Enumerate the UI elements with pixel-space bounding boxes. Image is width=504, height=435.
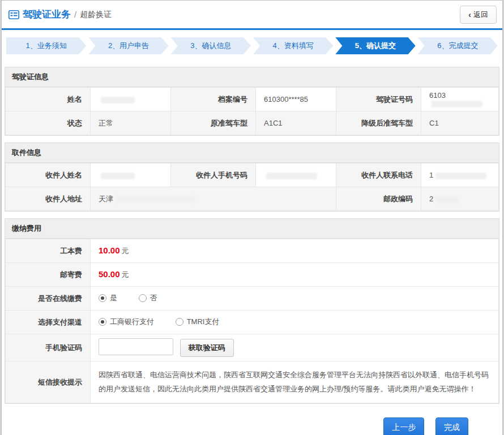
field-value-recipient-address: 天津 — [91, 187, 336, 211]
fees-table: 工本费 10.00元 邮寄费 50.00元 是否在线缴费 是 — [5, 239, 499, 403]
verification-code-row: 获取验证码 — [91, 334, 499, 361]
field-value-postcode: 2 — [421, 187, 499, 211]
redacted-area — [101, 97, 135, 104]
radio-channel-icbc[interactable]: 工商银行支付 — [99, 317, 154, 327]
back-button[interactable]: ‹ 返回 — [460, 6, 497, 24]
field-label-recipient-address: 收件人地址 — [6, 187, 91, 211]
radio-label: 工商银行支付 — [110, 317, 154, 327]
header: 驾驶证业务 / 超龄换证 ‹ 返回 — [2, 1, 502, 30]
field-value-license-number: 6103 — [421, 88, 499, 111]
section-title-license: 驾驶证信息 — [5, 67, 499, 87]
finish-button[interactable]: 完成 — [435, 417, 468, 435]
table-row: 邮寄费 50.00元 — [6, 263, 499, 287]
field-label-sms-notice: 短信接收提示 — [6, 361, 91, 403]
step-4-fill-data[interactable]: 4、资料填写 — [253, 37, 333, 54]
redacted-area — [435, 173, 486, 179]
step-1-notice[interactable]: 1、业务须知 — [6, 37, 86, 54]
redacted-area — [432, 101, 482, 107]
chevron-left-icon: ‹ — [468, 11, 471, 19]
back-button-label: 返回 — [473, 10, 488, 20]
step-wizard: 1、业务须知 2、用户申告 3、确认信息 4、资料填写 5、确认提交 6、完成提… — [2, 30, 502, 61]
redacted-area — [435, 196, 458, 203]
pickup-info-table: 收件人姓名 收件人手机号码 收件人联系电话 1 收件人地址 天津 邮政编码 2 — [5, 163, 499, 211]
field-label-original-class: 原准驾车型 — [171, 111, 256, 135]
radio-online-yes[interactable]: 是 — [99, 293, 117, 303]
field-value-recipient-name — [91, 163, 171, 187]
field-value-original-class: A1C1 — [256, 111, 336, 135]
field-label-status: 状态 — [6, 111, 91, 135]
get-verification-code-button[interactable]: 获取验证码 — [180, 339, 234, 357]
radio-online-no[interactable]: 否 — [139, 293, 157, 303]
online-payment-options: 是 否 — [91, 287, 499, 311]
step-5-confirm-submit[interactable]: 5、确认提交 — [335, 37, 415, 54]
breadcrumb-current: 超龄换证 — [80, 10, 112, 20]
section-title-fees: 缴纳费用 — [5, 219, 499, 239]
production-fee-unit: 元 — [122, 247, 129, 255]
table-row: 短信接收提示 因陕西省联通、电信运营商技术问题，陕西省互联网交通安全综合服务管理… — [6, 361, 499, 403]
radio-label: TMRI支付 — [187, 317, 220, 327]
table-row: 手机验证码 获取验证码 — [6, 334, 499, 361]
license-business-icon — [8, 10, 19, 19]
redacted-area — [266, 173, 317, 179]
fees-section: 缴纳费用 工本费 10.00元 邮寄费 50.00元 是否在线缴费 — [5, 218, 499, 404]
field-label-recipient-phone: 收件人联系电话 — [336, 163, 421, 187]
field-label-recipient-name: 收件人姓名 — [6, 163, 91, 187]
radio-selected-icon — [99, 318, 106, 326]
table-row: 选择支付渠道 工商银行支付 TMRI支付 — [6, 311, 499, 334]
field-value-production-fee: 10.00元 — [91, 239, 499, 263]
table-row: 收件人姓名 收件人手机号码 收件人联系电话 1 — [6, 163, 499, 187]
field-label-postcode: 邮政编码 — [336, 187, 421, 211]
license-info-section: 驾驶证信息 姓名 档案编号 610300****85 驾驶证号码 6103 状态… — [5, 67, 499, 136]
verification-code-input[interactable] — [99, 338, 173, 355]
table-row: 是否在线缴费 是 否 — [6, 287, 499, 311]
page-title: 驾驶证业务 — [23, 8, 71, 21]
field-label-verification-code: 手机验证码 — [6, 334, 91, 361]
production-fee-amount: 10.00 — [99, 246, 120, 255]
footer-actions: 上一步 完成 — [2, 411, 502, 435]
mailing-fee-unit: 元 — [122, 270, 129, 279]
radio-selected-icon — [99, 294, 106, 302]
payment-channel-options: 工商银行支付 TMRI支付 — [91, 311, 499, 334]
field-label-file-number: 档案编号 — [171, 88, 256, 111]
license-info-table: 姓名 档案编号 610300****85 驾驶证号码 6103 状态 正常 原准… — [5, 87, 499, 135]
field-label-recipient-mobile: 收件人手机号码 — [171, 163, 256, 187]
table-row: 姓名 档案编号 610300****85 驾驶证号码 6103 — [6, 88, 499, 111]
field-label-license-number: 驾驶证号码 — [336, 88, 421, 111]
previous-step-button[interactable]: 上一步 — [383, 417, 424, 435]
table-row: 收件人地址 天津 邮政编码 2 — [6, 187, 499, 211]
redacted-area — [116, 196, 195, 203]
step-6-complete[interactable]: 6、完成提交 — [418, 37, 498, 54]
field-value-downgraded-class: C1 — [421, 111, 499, 135]
table-row: 状态 正常 原准驾车型 A1C1 降级后准驾车型 C1 — [6, 111, 499, 135]
field-value-file-number: 610300****85 — [256, 88, 336, 111]
step-3-confirm-info[interactable]: 3、确认信息 — [171, 37, 251, 54]
radio-unselected-icon — [176, 318, 183, 326]
field-label-name: 姓名 — [6, 88, 91, 111]
page: 驾驶证业务 / 超龄换证 ‹ 返回 1、业务须知 2、用户申告 3、确认信息 4… — [1, 0, 503, 435]
radio-unselected-icon — [139, 294, 147, 302]
radio-channel-tmri[interactable]: TMRI支付 — [176, 317, 220, 327]
field-label-production-fee: 工本费 — [6, 239, 91, 263]
step-2-declaration[interactable]: 2、用户申告 — [88, 37, 168, 54]
pickup-info-section: 取件信息 收件人姓名 收件人手机号码 收件人联系电话 1 收件人地址 天津 邮政… — [5, 143, 499, 212]
field-value-mailing-fee: 50.00元 — [91, 263, 499, 287]
radio-label: 是 — [110, 293, 117, 303]
breadcrumb-separator: / — [74, 10, 76, 19]
field-value-recipient-mobile — [256, 163, 336, 187]
field-value-status: 正常 — [91, 111, 171, 135]
sms-notice-text: 因陕西省联通、电信运营商技术问题，陕西省互联网交通安全综合服务管理平台无法向持陕… — [91, 361, 499, 403]
field-label-mailing-fee: 邮寄费 — [6, 263, 91, 287]
field-label-online-payment: 是否在线缴费 — [6, 287, 91, 311]
table-row: 工本费 10.00元 — [6, 239, 499, 263]
radio-label: 否 — [150, 293, 157, 303]
redacted-area — [101, 173, 135, 179]
field-label-payment-channel: 选择支付渠道 — [6, 311, 91, 334]
field-value-recipient-phone: 1 — [421, 163, 499, 187]
mailing-fee-amount: 50.00 — [99, 269, 120, 279]
field-value-name — [91, 88, 171, 111]
field-label-downgraded-class: 降级后准驾车型 — [336, 111, 421, 135]
section-title-pickup: 取件信息 — [5, 143, 499, 163]
